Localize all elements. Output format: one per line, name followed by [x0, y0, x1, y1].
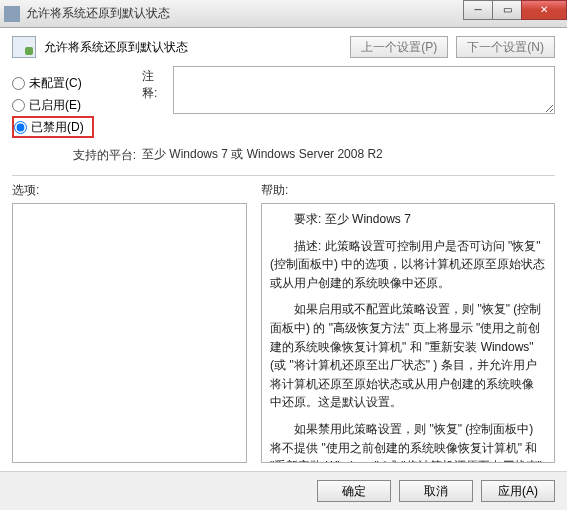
page-title: 允许将系统还原到默认状态: [44, 39, 188, 56]
help-paragraph: 描述: 此策略设置可控制用户是否可访问 "恢复" (控制面板中) 中的选项，以将…: [270, 237, 546, 293]
state-radio-group: 未配置(C) 已启用(E) 已禁用(D): [12, 72, 142, 138]
window-title: 允许将系统还原到默认状态: [26, 5, 170, 22]
help-paragraph: 如果启用或不配置此策略设置，则 "恢复" (控制面板中) 的 "高级恢复方法" …: [270, 300, 546, 412]
window-controls: ─ ▭ ✕: [464, 0, 567, 20]
comment-field[interactable]: [173, 66, 555, 114]
app-icon: [4, 6, 20, 22]
radio-disabled[interactable]: 已禁用(D): [12, 116, 94, 138]
help-panel: 要求: 至少 Windows 7 描述: 此策略设置可控制用户是否可访问 "恢复…: [261, 203, 555, 463]
comment-label: 注释:: [142, 66, 167, 114]
prev-setting-button[interactable]: 上一个设置(P): [350, 36, 448, 58]
ok-button[interactable]: 确定: [317, 480, 391, 502]
radio-disabled-input[interactable]: [14, 121, 27, 134]
options-label: 选项:: [12, 182, 247, 199]
apply-button[interactable]: 应用(A): [481, 480, 555, 502]
help-label: 帮助:: [261, 182, 555, 199]
radio-enabled-label: 已启用(E): [29, 97, 81, 114]
minimize-button[interactable]: ─: [463, 0, 493, 20]
maximize-button[interactable]: ▭: [492, 0, 522, 20]
radio-enabled-input[interactable]: [12, 99, 25, 112]
radio-disabled-label: 已禁用(D): [31, 119, 84, 136]
close-button[interactable]: ✕: [521, 0, 567, 20]
radio-not-configured-label: 未配置(C): [29, 75, 82, 92]
footer: 确定 取消 应用(A): [0, 471, 567, 510]
radio-not-configured-input[interactable]: [12, 77, 25, 90]
title-bar: 允许将系统还原到默认状态 ─ ▭ ✕: [0, 0, 567, 28]
next-setting-button[interactable]: 下一个设置(N): [456, 36, 555, 58]
cancel-button[interactable]: 取消: [399, 480, 473, 502]
policy-icon: [12, 36, 36, 58]
help-paragraph: 如果禁用此策略设置，则 "恢复" (控制面板中) 将不提供 "使用之前创建的系统…: [270, 420, 546, 463]
supported-on-value: 至少 Windows 7 或 Windows Server 2008 R2: [142, 144, 383, 165]
divider: [12, 175, 555, 176]
options-panel: [12, 203, 247, 463]
radio-not-configured[interactable]: 未配置(C): [12, 72, 142, 94]
supported-on-label: 支持的平台:: [66, 145, 136, 164]
help-requirement: 要求: 至少 Windows 7: [294, 210, 546, 229]
radio-enabled[interactable]: 已启用(E): [12, 94, 142, 116]
